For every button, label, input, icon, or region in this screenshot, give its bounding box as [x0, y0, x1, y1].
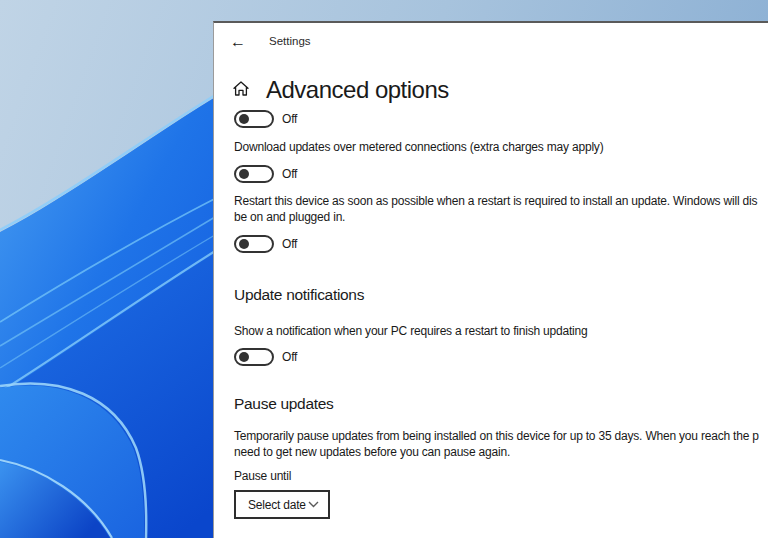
page-title: Advanced options: [266, 76, 449, 104]
toggle-state-label: Off: [282, 350, 297, 364]
pause-date-select[interactable]: Select date: [234, 490, 330, 519]
setting-description-notification: Show a notification when your PC require…: [234, 324, 588, 340]
chevron-down-icon: [308, 501, 319, 508]
section-title-update-notifications: Update notifications: [234, 286, 364, 304]
toggle-knob: [239, 169, 249, 179]
setting-description-pause: Temporarily pause updates from being ins…: [234, 429, 759, 460]
toggle-state-label: Off: [282, 237, 297, 251]
toggle-switch[interactable]: [234, 235, 274, 253]
home-icon: [232, 80, 250, 97]
toggle-state-label: Off: [282, 112, 297, 126]
app-title: Settings: [269, 35, 311, 47]
toggle-knob: [239, 239, 249, 249]
pause-date-select-value: Select date: [248, 498, 306, 512]
setting-description-line: Restart this device as soon as possible …: [234, 194, 757, 210]
setting-description-line: Temporarily pause updates from being ins…: [234, 429, 759, 445]
setting-description-restart: Restart this device as soon as possible …: [234, 194, 757, 225]
pause-until-label: Pause until: [234, 469, 291, 483]
toggle-knob: [239, 352, 249, 362]
toggle-switch[interactable]: [234, 348, 274, 366]
settings-window: ← Settings Advanced options Off Download…: [213, 21, 768, 538]
section-title-pause-updates: Pause updates: [234, 395, 334, 413]
toggle-state-label: Off: [282, 167, 297, 181]
setting-description-line: need to get new updates before you can p…: [234, 445, 759, 461]
setting-description-metered: Download updates over metered connection…: [234, 140, 603, 156]
setting-description-line: be on and plugged in.: [234, 210, 757, 226]
toggle-switch[interactable]: [234, 110, 274, 128]
toggle-switch[interactable]: [234, 165, 274, 183]
toggle-knob: [239, 114, 249, 124]
back-button[interactable]: ←: [227, 31, 249, 53]
